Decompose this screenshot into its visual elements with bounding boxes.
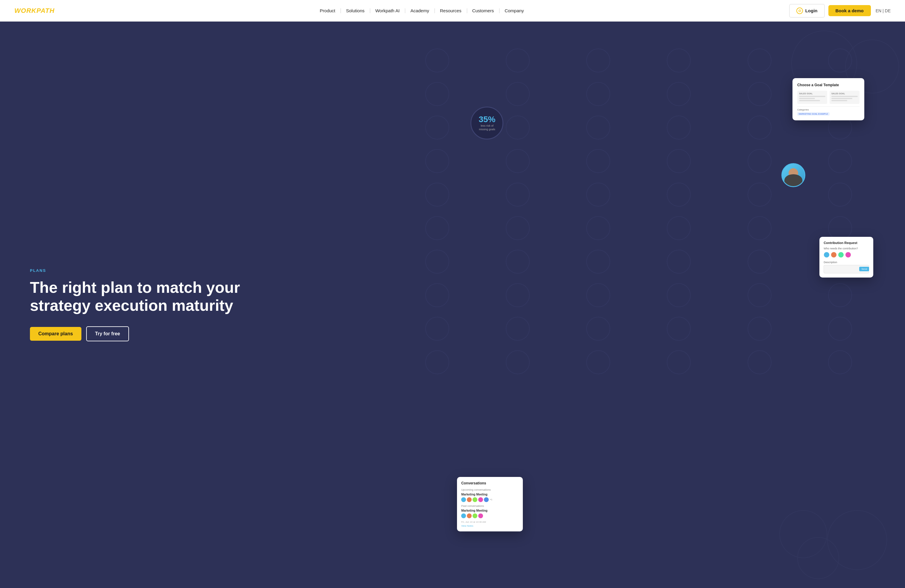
navbar: WORKPATH Product Solutions Workpath AI A…	[0, 0, 905, 22]
login-icon: ⊙	[796, 8, 803, 14]
nav-workpath-ai[interactable]: Workpath AI	[370, 8, 405, 13]
nav-company[interactable]: Company	[499, 8, 529, 13]
conv-avatar-2	[467, 497, 472, 502]
language-selector[interactable]: EN | DE	[876, 8, 891, 13]
past-avatar-4	[478, 513, 483, 518]
description-label: Description	[824, 261, 869, 264]
hero-content: PLANS The right plan to match your strat…	[0, 244, 270, 366]
hero-section: PLANS The right plan to match your strat…	[0, 22, 905, 588]
conv-avatar-3	[473, 497, 477, 502]
past-avatar-3	[473, 513, 477, 518]
card-goal-template: Choose a Goal Template SALES GOAL SALES …	[792, 78, 864, 120]
try-for-free-button[interactable]: Try for free	[86, 326, 129, 341]
nav-customers[interactable]: Customers	[467, 8, 500, 13]
compare-plans-button[interactable]: Compare plans	[30, 327, 81, 341]
conversations-title: Conversations	[461, 481, 519, 485]
goal-line-5	[831, 98, 852, 99]
hero-mockups: 35% less risk of missing goals Choose a …	[435, 22, 887, 588]
conv-time: Fri, Jun 10 at 10:30 AM	[461, 521, 519, 523]
goal-col-1: SALES GOAL	[797, 91, 827, 104]
avatar-1	[824, 252, 830, 258]
contribution-who-label: Who needs the contribution?	[824, 247, 869, 250]
view-notes-link[interactable]: View Notes	[461, 524, 519, 527]
conv-more: +1	[490, 498, 492, 501]
contribution-avatars	[824, 252, 869, 258]
contribution-title: Contribution Request	[824, 241, 869, 245]
conv-avatar-1	[461, 497, 466, 502]
past-avatars	[461, 513, 519, 518]
stat-label: less risk of missing goals	[476, 124, 498, 131]
card-conversations: Conversations Upcoming conversations Mar…	[457, 477, 523, 531]
nav-right: ⊙ Login Book a demo EN | DE	[789, 4, 891, 17]
person-avatar	[781, 163, 805, 187]
nav-solutions[interactable]: Solutions	[341, 8, 370, 13]
goal-line-6	[831, 100, 847, 101]
goal-line-3	[799, 100, 820, 101]
nav-resources[interactable]: Resources	[435, 8, 467, 13]
person-body	[784, 174, 802, 186]
avatar-2	[831, 252, 837, 258]
past-item: Marketing Meeting	[461, 509, 519, 512]
hero-buttons: Compare plans Try for free	[30, 326, 240, 341]
past-label: Past conversations	[461, 504, 519, 507]
avatar-3	[838, 252, 844, 258]
goal-categories: Categories MARKETING GOAL EXAMPLE	[797, 106, 859, 116]
avatar-4	[845, 252, 851, 258]
upcoming-label: Upcoming conversations	[461, 488, 519, 491]
nav-academy[interactable]: Academy	[405, 8, 435, 13]
goal-card-title: Choose a Goal Template	[797, 83, 859, 87]
card-contribution: Contribution Request Who needs the contr…	[819, 237, 873, 278]
person-avatar-inner	[782, 164, 805, 186]
goal-line-4	[831, 96, 858, 97]
login-button[interactable]: ⊙ Login	[789, 4, 825, 17]
past-avatar-2	[467, 513, 472, 518]
upcoming-avatars: +1	[461, 497, 519, 502]
logo[interactable]: WORKPATH	[14, 7, 54, 15]
upcoming-item: Marketing Meeting	[461, 493, 519, 496]
book-demo-button[interactable]: Book a demo	[829, 5, 871, 16]
stat-number: 35%	[478, 114, 495, 124]
past-avatar-1	[461, 513, 466, 518]
hero-eyebrow: PLANS	[30, 268, 240, 273]
nav-product[interactable]: Product	[314, 8, 341, 13]
send-button[interactable]: Send	[859, 267, 869, 271]
conv-avatar-5	[484, 497, 489, 502]
nav-links: Product Solutions Workpath AI Academy Re…	[314, 8, 529, 13]
goal-line-2	[799, 98, 815, 99]
goal-col-2: SALES GOAL	[830, 91, 859, 104]
goal-columns: SALES GOAL SALES GOAL	[797, 91, 859, 104]
conv-avatar-4	[478, 497, 483, 502]
hero-title: The right plan to match your strategy ex…	[30, 279, 240, 315]
stat-circle: 35% less risk of missing goals	[470, 106, 503, 140]
goal-line-1	[799, 96, 826, 97]
